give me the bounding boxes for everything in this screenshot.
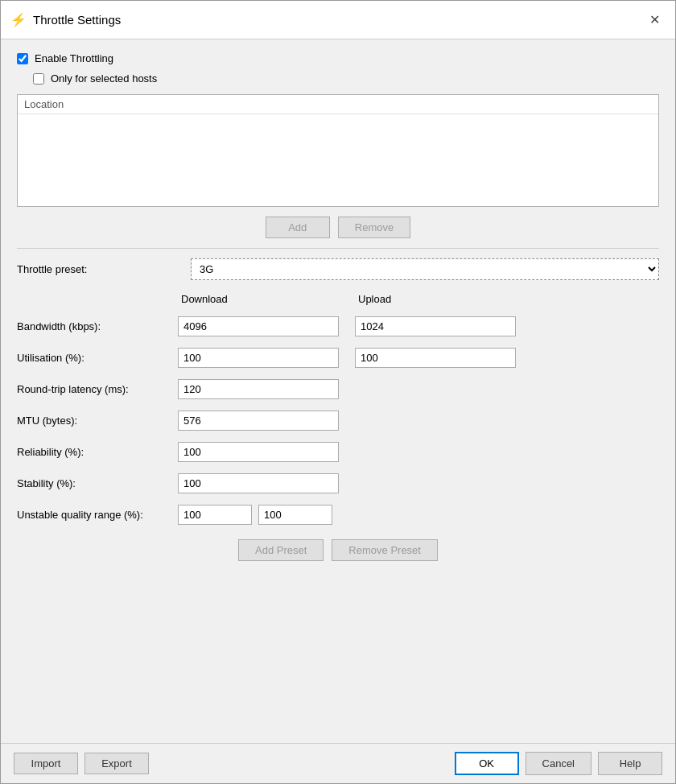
help-button[interactable]: Help xyxy=(598,752,662,775)
export-button[interactable]: Export xyxy=(84,753,149,774)
add-preset-button[interactable]: Add Preset xyxy=(238,539,324,561)
preset-select[interactable]: 3G Custom 1G 100M 10M DSL 2G 56K xyxy=(191,258,659,280)
preset-row: Throttle preset: 3G Custom 1G 100M 10M D… xyxy=(17,258,659,280)
stability-label: Stability (%): xyxy=(17,477,178,489)
upload-col-header: Upload xyxy=(355,293,532,305)
enable-throttling-label[interactable]: Enable Throttling xyxy=(35,52,113,64)
column-headers: Download Upload xyxy=(17,293,659,305)
unstable-quality-inputs xyxy=(178,505,355,525)
only-selected-hosts-row: Only for selected hosts xyxy=(33,72,659,85)
unstable-quality-label: Unstable quality range (%): xyxy=(17,509,178,521)
title-left: ⚡ Throttle Settings xyxy=(10,12,121,27)
bandwidth-row: Bandwidth (kbps): xyxy=(17,316,659,336)
utilisation-row: Utilisation (%): xyxy=(17,348,659,368)
footer-right: OK Cancel Help xyxy=(455,752,662,775)
divider xyxy=(17,248,659,249)
import-button[interactable]: Import xyxy=(14,753,78,774)
utilisation-label: Utilisation (%): xyxy=(17,352,178,364)
add-button[interactable]: Add xyxy=(266,217,330,238)
latency-download-input[interactable] xyxy=(178,379,339,399)
footer-left: Import Export xyxy=(14,753,149,774)
only-selected-hosts-checkbox[interactable] xyxy=(33,73,44,85)
mtu-download-input[interactable] xyxy=(178,411,339,431)
empty-col-header xyxy=(17,293,178,305)
reliability-label: Reliability (%): xyxy=(17,446,178,458)
reliability-download-input[interactable] xyxy=(178,442,339,462)
only-selected-hosts-label[interactable]: Only for selected hosts xyxy=(51,72,157,85)
cancel-button[interactable]: Cancel xyxy=(526,752,592,775)
table-buttons: Add Remove xyxy=(17,217,659,238)
location-column-header: Location xyxy=(18,95,658,114)
unstable-quality-row: Unstable quality range (%): xyxy=(17,505,659,525)
bandwidth-label: Bandwidth (kbps): xyxy=(17,320,178,332)
enable-throttling-row: Enable Throttling xyxy=(17,52,659,64)
latency-row: Round-trip latency (ms): xyxy=(17,379,659,399)
hosts-table: Location xyxy=(18,95,658,114)
stability-row: Stability (%): xyxy=(17,473,659,493)
dialog-footer: Import Export OK Cancel Help xyxy=(1,743,675,783)
unstable-quality-val1-input[interactable] xyxy=(178,505,252,525)
download-col-header: Download xyxy=(178,293,355,305)
stability-download-input[interactable] xyxy=(178,473,339,493)
form-section: Throttle preset: 3G Custom 1G 100M 10M D… xyxy=(17,258,659,528)
ok-button[interactable]: OK xyxy=(455,752,519,775)
unstable-quality-val2-input[interactable] xyxy=(258,505,332,525)
mtu-label: MTU (bytes): xyxy=(17,415,178,427)
latency-label: Round-trip latency (ms): xyxy=(17,383,178,395)
utilisation-download-input[interactable] xyxy=(178,348,339,368)
remove-preset-button[interactable]: Remove Preset xyxy=(332,539,438,561)
mtu-row: MTU (bytes): xyxy=(17,411,659,431)
close-button[interactable]: ✕ xyxy=(643,9,666,31)
bandwidth-upload-input[interactable] xyxy=(355,316,516,336)
remove-button[interactable]: Remove xyxy=(338,217,410,238)
throttle-settings-dialog: ⚡ Throttle Settings ✕ Enable Throttling … xyxy=(0,0,676,784)
dialog-icon: ⚡ xyxy=(10,12,27,27)
enable-throttling-checkbox[interactable] xyxy=(17,53,28,64)
dialog-content: Enable Throttling Only for selected host… xyxy=(1,39,675,743)
dialog-title: Throttle Settings xyxy=(33,13,121,27)
utilisation-upload-input[interactable] xyxy=(355,348,516,368)
reliability-row: Reliability (%): xyxy=(17,442,659,462)
preset-buttons: Add Preset Remove Preset xyxy=(17,539,659,561)
bandwidth-download-input[interactable] xyxy=(178,316,339,336)
hosts-table-container[interactable]: Location xyxy=(17,94,659,207)
title-bar: ⚡ Throttle Settings ✕ xyxy=(1,1,675,39)
preset-label: Throttle preset: xyxy=(17,263,178,275)
